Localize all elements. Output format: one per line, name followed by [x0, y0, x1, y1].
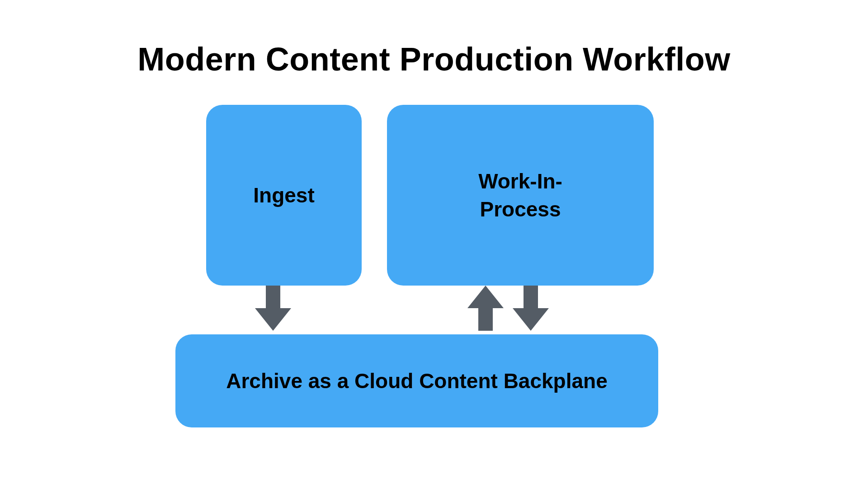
node-wip-label: Work-In-Process: [478, 167, 562, 223]
node-archive: Archive as a Cloud Content Backplane: [175, 334, 658, 427]
diagram-canvas: Modern Content Production Workflow Inges…: [0, 0, 868, 488]
node-work-in-process: Work-In-Process: [387, 105, 654, 286]
arrow-down-icon: [513, 286, 549, 331]
arrow-down-icon: [255, 286, 291, 331]
node-ingest: Ingest: [206, 105, 362, 286]
arrow-up-icon: [467, 286, 504, 331]
node-ingest-label: Ingest: [253, 181, 314, 209]
diagram-title: Modern Content Production Workflow: [0, 41, 868, 78]
node-archive-label: Archive as a Cloud Content Backplane: [226, 367, 608, 395]
